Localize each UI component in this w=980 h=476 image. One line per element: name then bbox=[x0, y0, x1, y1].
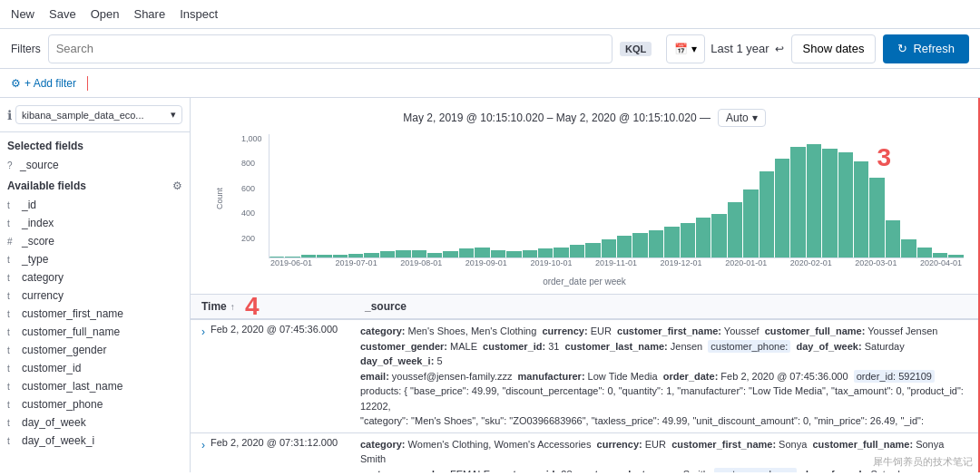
bar-17 bbox=[538, 248, 553, 257]
date-picker-area: 📅 ▾ Last 1 year ↩ bbox=[666, 34, 783, 63]
y-label-800: 800 bbox=[241, 159, 269, 168]
field-name-index: _index bbox=[22, 217, 54, 229]
sort-icon[interactable]: ↑ bbox=[230, 302, 235, 312]
menu-share[interactable]: Share bbox=[133, 7, 165, 21]
field-item-customer-phone[interactable]: t customer_phone bbox=[0, 395, 190, 413]
field-type-t: t bbox=[7, 436, 18, 446]
menu-new[interactable]: New bbox=[11, 7, 34, 21]
field-name-id: _id bbox=[22, 199, 36, 211]
show-dates-button[interactable]: Show dates bbox=[791, 34, 877, 63]
field-item-customer-id[interactable]: t customer_id bbox=[0, 359, 190, 377]
field-item-customer-full-name[interactable]: t customer_full_name bbox=[0, 323, 190, 341]
bar-19 bbox=[570, 245, 584, 257]
add-filter-label: + Add filter bbox=[24, 77, 76, 90]
bar-35 bbox=[822, 149, 837, 257]
field-item-id[interactable]: t _id bbox=[0, 196, 190, 214]
field-type-t: t bbox=[7, 327, 18, 337]
bar-21 bbox=[602, 239, 616, 257]
field-item-customer-gender[interactable]: t customer_gender bbox=[0, 341, 190, 359]
menu-open[interactable]: Open bbox=[91, 7, 120, 21]
expand-icon-2[interactable]: › bbox=[201, 439, 205, 452]
field-item-score[interactable]: # _score bbox=[0, 232, 190, 250]
table-row: › Feb 2, 2020 @ 07:45:36.000 category: M… bbox=[191, 320, 978, 433]
field-key: customer_full_name: bbox=[765, 325, 866, 336]
field-key: day_of_week: bbox=[796, 341, 861, 352]
bar-24 bbox=[649, 230, 663, 257]
field-key: customer_id: bbox=[495, 469, 558, 473]
field-name-customer-phone: customer_phone bbox=[22, 398, 103, 411]
bar-2 bbox=[301, 255, 316, 257]
field-key: email: bbox=[360, 371, 389, 382]
bar-0 bbox=[270, 257, 284, 257]
x-label-2: 2019-08-01 bbox=[400, 258, 442, 275]
bar-31 bbox=[760, 171, 774, 257]
bar-40 bbox=[901, 239, 916, 257]
bar-5 bbox=[348, 254, 363, 257]
field-name-customer-full-name: customer_full_name bbox=[22, 325, 120, 338]
kql-badge[interactable]: KQL bbox=[620, 42, 652, 56]
x-label-5: 2019-11-01 bbox=[595, 258, 637, 275]
date-range-text[interactable]: Last 1 year bbox=[710, 42, 769, 55]
field-key: order_date: bbox=[663, 371, 719, 382]
bar-15 bbox=[506, 251, 521, 257]
add-filter-row: ⚙ + Add filter bbox=[0, 69, 980, 98]
bar-11 bbox=[443, 251, 457, 257]
table-row: › Feb 2, 2020 @ 07:31:12.000 category: W… bbox=[191, 433, 978, 473]
field-type-t: t bbox=[7, 273, 18, 283]
field-name-type: _type bbox=[22, 253, 48, 266]
field-type-t: t bbox=[7, 255, 18, 265]
bar-30 bbox=[743, 189, 758, 257]
field-item-category[interactable]: t category bbox=[0, 268, 190, 287]
refresh-button[interactable]: ↻ Refresh bbox=[883, 34, 969, 63]
field-val-highlight: order_id: 592109 bbox=[854, 370, 935, 383]
filters-label: Filters bbox=[11, 43, 41, 55]
field-key: customer_gender: bbox=[360, 341, 447, 352]
field-key: category: bbox=[360, 439, 406, 450]
expand-icon-1[interactable]: › bbox=[201, 325, 205, 338]
gear-icon[interactable]: ⚙ bbox=[172, 180, 182, 192]
bar-1 bbox=[285, 257, 299, 257]
bar-20 bbox=[585, 243, 600, 257]
field-item-type[interactable]: t _type bbox=[0, 250, 190, 268]
row-source-1: category: Men's Shoes, Men's Clothing cu… bbox=[360, 324, 967, 429]
results-table: Time ↑ _source › Feb 2, 2020 @ 07:45:36.… bbox=[191, 295, 978, 472]
auto-dropdown[interactable]: Auto ▾ bbox=[718, 109, 766, 127]
bar-28 bbox=[711, 214, 726, 257]
chevron-down-icon: ▾ bbox=[752, 112, 758, 124]
menu-inspect[interactable]: Inspect bbox=[180, 7, 218, 21]
bar-18 bbox=[554, 248, 568, 257]
arrow-icon: ↩ bbox=[775, 43, 784, 55]
field-item-customer-first-name[interactable]: t customer_first_name bbox=[0, 305, 190, 323]
selected-field-source: ? _source bbox=[0, 156, 190, 174]
menu-save[interactable]: Save bbox=[49, 7, 76, 21]
x-label-8: 2020-02-01 bbox=[790, 258, 832, 275]
field-name-customer-first-name: customer_first_name bbox=[22, 307, 123, 320]
field-name-category: category bbox=[22, 271, 64, 284]
x-axis-title: order_date per week bbox=[205, 277, 964, 287]
field-val-highlight: customer_phone: bbox=[714, 468, 797, 473]
field-key: customer_id: bbox=[483, 341, 545, 352]
bar-3 bbox=[317, 255, 331, 257]
x-label-9: 2020-03-01 bbox=[855, 258, 897, 275]
search-input[interactable] bbox=[48, 34, 612, 63]
info-icon[interactable]: ℹ bbox=[7, 108, 12, 122]
chart-container: May 2, 2019 @ 10:15:10.020 – May 2, 2020… bbox=[191, 98, 978, 295]
bar-36 bbox=[838, 152, 853, 257]
index-dropdown[interactable]: kibana_sample_data_eco... ▾ bbox=[15, 105, 182, 124]
field-item-day-of-week[interactable]: t day_of_week bbox=[0, 413, 190, 432]
field-item-currency[interactable]: t currency bbox=[0, 287, 190, 305]
field-item-customer-last-name[interactable]: t customer_last_name bbox=[0, 377, 190, 395]
bar-12 bbox=[459, 248, 474, 257]
bar-9 bbox=[412, 250, 426, 257]
refresh-label: Refresh bbox=[913, 42, 955, 55]
y-label-400: 400 bbox=[241, 209, 269, 218]
calendar-button[interactable]: 📅 ▾ bbox=[666, 34, 705, 63]
field-key: customer_last_name: bbox=[578, 469, 681, 473]
field-item-day-of-week-i[interactable]: t day_of_week_i bbox=[0, 432, 190, 450]
bar-4 bbox=[333, 255, 348, 257]
field-type-t: t bbox=[7, 200, 18, 210]
field-type-question: ? bbox=[7, 160, 16, 170]
add-filter-button[interactable]: ⚙ + Add filter bbox=[11, 76, 88, 91]
field-key: customer_last_name: bbox=[565, 341, 668, 352]
field-item-index[interactable]: t _index bbox=[0, 214, 190, 232]
